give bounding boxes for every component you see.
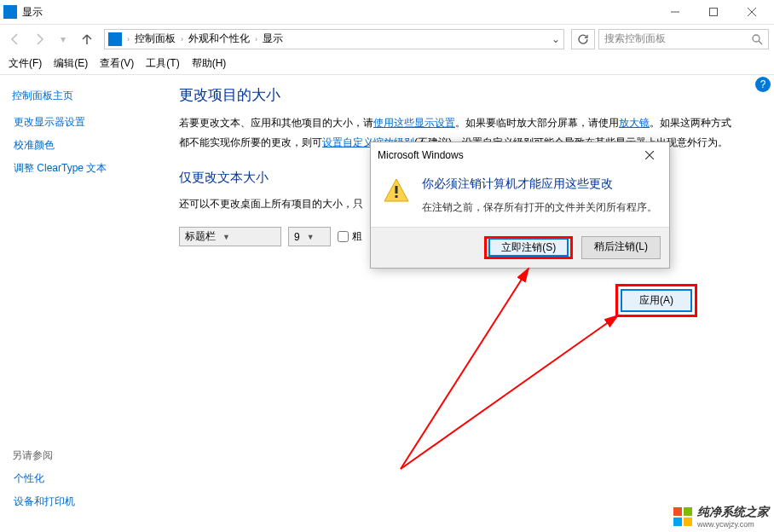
- minimize-button[interactable]: [656, 0, 694, 24]
- address-bar[interactable]: › 控制面板 › 外观和个性化 › 显示 ⌄: [104, 29, 564, 49]
- watermark: 纯净系统之家 www.ycwjzy.com: [673, 505, 769, 529]
- dialog-close-button[interactable]: [637, 145, 662, 165]
- menu-help[interactable]: 帮助(H): [192, 56, 227, 71]
- sidebar-link-calibrate[interactable]: 校准颜色: [12, 138, 159, 153]
- bold-checkbox-input[interactable]: [338, 231, 349, 242]
- apply-button[interactable]: 应用(A): [621, 289, 692, 312]
- titlebar: 显示: [0, 0, 774, 24]
- apply-highlight: 应用(A): [615, 284, 697, 317]
- item-select[interactable]: 标题栏▼: [179, 227, 281, 246]
- sidebar-link-display[interactable]: 更改显示器设置: [12, 115, 159, 130]
- link-magnifier[interactable]: 放大镜: [619, 117, 650, 129]
- back-button[interactable]: [5, 29, 26, 49]
- dialog-subtext: 在注销之前，保存所有打开的文件并关闭所有程序。: [422, 200, 657, 215]
- svg-rect-1: [709, 9, 717, 16]
- app-icon: [3, 5, 17, 19]
- location-icon: [108, 32, 122, 46]
- recent-dropdown[interactable]: ▾: [53, 29, 73, 49]
- sidebar-link-cleartype[interactable]: 调整 ClearType 文本: [12, 161, 159, 176]
- dialog-title-text: Microsoft Windows: [378, 149, 464, 161]
- page-title: 更改项目的大小: [179, 85, 740, 105]
- dialog-message: 你必须注销计算机才能应用这些更改: [422, 176, 657, 192]
- watermark-text: 纯净系统之家: [697, 505, 769, 518]
- address-dropdown[interactable]: ⌄: [552, 33, 560, 45]
- menu-file[interactable]: 文件(F): [9, 56, 42, 71]
- help-icon[interactable]: ?: [755, 77, 771, 92]
- chevron-icon[interactable]: ›: [127, 35, 130, 43]
- menu-tools[interactable]: 工具(T): [146, 56, 179, 71]
- sidebar-link-personalize[interactable]: 个性化: [12, 471, 159, 486]
- refresh-button[interactable]: [571, 29, 595, 49]
- menubar: 文件(F) 编辑(E) 查看(V) 工具(T) 帮助(H): [0, 53, 774, 75]
- up-button[interactable]: [77, 29, 97, 49]
- warning-icon: [383, 176, 410, 215]
- menu-view[interactable]: 查看(V): [100, 56, 134, 71]
- svg-point-4: [753, 35, 760, 42]
- navbar: ▾ › 控制面板 › 外观和个性化 › 显示 ⌄ 搜索控制面板: [0, 24, 774, 53]
- bold-checkbox[interactable]: 粗: [338, 229, 362, 244]
- search-input[interactable]: 搜索控制面板: [598, 29, 769, 49]
- size-select[interactable]: 9▼: [288, 227, 331, 246]
- sidebar: 控制面板主页 更改显示器设置 校准颜色 调整 ClearType 文本 另请参阅…: [0, 75, 170, 532]
- link-display-settings[interactable]: 使用这些显示设置: [373, 117, 455, 129]
- watermark-url: www.ycwjzy.com: [697, 520, 769, 529]
- breadcrumb[interactable]: 外观和个性化: [188, 32, 250, 46]
- chevron-icon[interactable]: ›: [255, 35, 257, 43]
- signoff-later-button[interactable]: 稍后注销(L): [581, 236, 661, 259]
- svg-rect-10: [396, 195, 398, 198]
- chevron-down-icon: ▼: [307, 233, 315, 241]
- svg-line-5: [759, 41, 762, 44]
- chevron-down-icon: ▼: [222, 233, 230, 241]
- signoff-highlight: 立即注销(S): [484, 236, 573, 259]
- forward-button[interactable]: [29, 29, 49, 49]
- menu-edit[interactable]: 编辑(E): [54, 56, 88, 71]
- breadcrumb[interactable]: 控制面板: [135, 32, 176, 46]
- sidebar-home[interactable]: 控制面板主页: [12, 89, 159, 103]
- window-title: 显示: [22, 5, 656, 20]
- see-also-heading: 另请参阅: [12, 448, 159, 463]
- close-button[interactable]: [732, 0, 771, 24]
- signoff-dialog: Microsoft Windows 你必须注销计算机才能应用这些更改 在注销之前…: [370, 142, 670, 269]
- svg-rect-9: [396, 186, 398, 194]
- search-icon: [751, 33, 763, 45]
- signoff-now-button[interactable]: 立即注销(S): [488, 238, 569, 257]
- dialog-buttons: 立即注销(S) 稍后注销(L): [371, 227, 669, 268]
- chevron-icon[interactable]: ›: [181, 35, 183, 43]
- window-buttons: [656, 0, 771, 24]
- dialog-titlebar: Microsoft Windows: [371, 142, 669, 168]
- breadcrumb[interactable]: 显示: [263, 32, 283, 46]
- sidebar-link-devices[interactable]: 设备和打印机: [12, 494, 159, 509]
- dialog-body: 你必须注销计算机才能应用这些更改 在注销之前，保存所有打开的文件并关闭所有程序。: [371, 168, 669, 227]
- maximize-button[interactable]: [694, 0, 732, 24]
- watermark-logo: [673, 507, 692, 526]
- search-placeholder: 搜索控制面板: [604, 32, 666, 46]
